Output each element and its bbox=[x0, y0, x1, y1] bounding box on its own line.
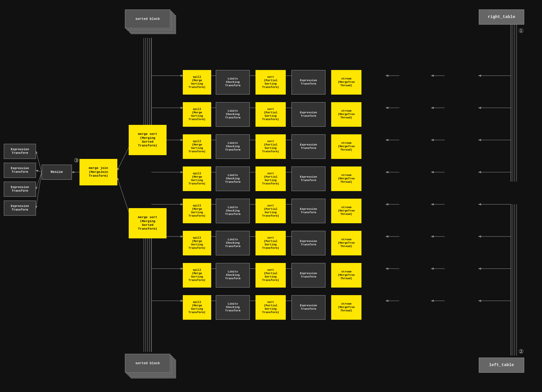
resize-node: Resize bbox=[42, 165, 72, 180]
sorted-block-bot-label: sorted block bbox=[135, 361, 160, 365]
sort-node-row4: sort (Partial Sorting Transform) bbox=[255, 166, 286, 191]
sort-node-row6: sort (Partial Sorting Transform) bbox=[255, 231, 286, 255]
circle-label-2: ② bbox=[519, 348, 524, 355]
expr-left-1: Expression Transform bbox=[4, 144, 36, 159]
stream-node-row8: stream (MergeTree Thread) bbox=[331, 295, 362, 320]
expr-node-row7: Expression Transform bbox=[292, 263, 325, 288]
spill-node-row1: spill (Merge Sorting Transform) bbox=[183, 70, 211, 95]
spill-node-row2: spill (Merge Sorting Transform) bbox=[183, 102, 211, 127]
expr-left-4: Expression Transform bbox=[4, 201, 36, 216]
sorted-block-top-label: sorted block bbox=[135, 17, 160, 21]
expr-node-row5: Expression Transform bbox=[292, 199, 325, 223]
spill-node-row5: spill (Merge Sorting Transform) bbox=[183, 199, 211, 223]
limits-node-row1: Limits Checking Transform bbox=[216, 70, 250, 95]
limits-node-row3: Limits Checking Transform bbox=[216, 134, 250, 159]
circle-label-3: ③ bbox=[74, 157, 79, 164]
right-table-node: right_table bbox=[479, 10, 524, 25]
stream-node-row3: stream (MergeTree Thread) bbox=[331, 134, 362, 159]
limits-node-row2: Limits Checking Transform bbox=[216, 102, 250, 127]
spill-node-row6: spill (Merge Sorting Transform) bbox=[183, 231, 211, 255]
stream-node-row4: stream (MergeTree Thread) bbox=[331, 166, 362, 191]
arrows-layer bbox=[0, 0, 542, 392]
spill-node-row3: spill (Merge Sorting Transform) bbox=[183, 134, 211, 159]
sort-node-row8: sort (Partial Sorting Transform) bbox=[255, 295, 286, 320]
spill-node-row4: spill (Merge Sorting Transform) bbox=[183, 166, 211, 191]
limits-node-row4: Limits Checking Transform bbox=[216, 166, 250, 191]
sort-node-row5: sort (Partial Sorting Transform) bbox=[255, 199, 286, 223]
spill-node-row7: spill (Merge Sorting Transform) bbox=[183, 263, 211, 288]
expr-node-row4: Expression Transform bbox=[292, 166, 325, 191]
stream-node-row6: stream (MergeTree Thread) bbox=[331, 231, 362, 255]
svg-line-22 bbox=[36, 170, 42, 172]
stream-node-row2: stream (MergeTree Thread) bbox=[331, 102, 362, 127]
svg-line-21 bbox=[36, 151, 42, 172]
stream-node-row5: stream (MergeTree Thread) bbox=[331, 199, 362, 223]
expr-node-row3: Expression Transform bbox=[292, 134, 325, 159]
sort-node-row1: sort (Partial Sorting Transform) bbox=[255, 70, 286, 95]
sort-node-row7: sort (Partial Sorting Transform) bbox=[255, 263, 286, 288]
stream-node-row1: stream (MergeTree Thread) bbox=[331, 70, 362, 95]
expr-left-2: Expression Transform bbox=[4, 163, 36, 178]
merge-join-node: merge join (MergeJoin Transform) bbox=[80, 159, 117, 185]
sort-node-row3: sort (Partial Sorting Transform) bbox=[255, 134, 286, 159]
expr-node-row2: Expression Transform bbox=[292, 102, 325, 127]
stream-node-row7: stream (MergeTree Thread) bbox=[331, 263, 362, 288]
svg-line-23 bbox=[36, 172, 42, 189]
merge-sort-bot-node: merge sort (Merging Sorted Transform) bbox=[129, 208, 167, 238]
expr-node-row6: Expression Transform bbox=[292, 231, 325, 255]
limits-node-row6: Limits Checking Transform bbox=[216, 231, 250, 255]
expr-left-3: Expression Transform bbox=[4, 182, 36, 197]
expr-node-row1: Expression Transform bbox=[292, 70, 325, 95]
svg-line-24 bbox=[36, 172, 42, 208]
expr-node-row8: Expression Transform bbox=[292, 295, 325, 320]
merge-sort-top-node: merge sort (Merging Sorted Transform) bbox=[129, 125, 167, 155]
limits-node-row7: Limits Checking Transform bbox=[216, 263, 250, 288]
sort-node-row2: sort (Partial Sorting Transform) bbox=[255, 102, 286, 127]
spill-node-row8: spill (Merge Sorting Transform) bbox=[183, 295, 211, 320]
left-table-node: left_table bbox=[479, 358, 524, 373]
limits-node-row8: Limits Checking Transform bbox=[216, 295, 250, 320]
circle-label-1: ① bbox=[519, 27, 524, 34]
limits-node-row5: Limits Checking Transform bbox=[216, 199, 250, 223]
